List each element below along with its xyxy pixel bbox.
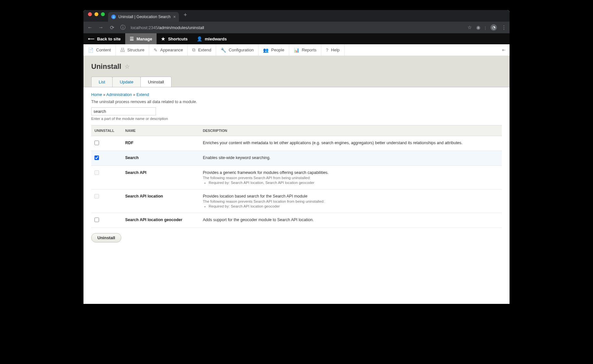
site-info-icon[interactable]: ⓘ [120, 24, 126, 31]
th-uninstall: Uninstall [91, 125, 122, 136]
minimize-window-icon[interactable] [94, 12, 98, 16]
module-description: Provides location based search for the S… [200, 189, 502, 213]
user-menu-button[interactable]: 👤 mledwards [192, 33, 231, 44]
module-name: RDF [122, 136, 200, 151]
tab-list[interactable]: List [91, 77, 113, 87]
content-icon: 📄 [88, 48, 93, 53]
browser-menu-icon[interactable]: ⋮ [501, 25, 506, 30]
menu-content[interactable]: 📄Content [83, 44, 116, 56]
shortcuts-button[interactable]: ★ Shortcuts [157, 33, 192, 44]
tab-uninstall[interactable]: Uninstall [140, 77, 171, 87]
uninstall-checkbox [94, 170, 99, 175]
module-description: Provides a generic framework for modules… [200, 166, 502, 189]
close-tab-icon[interactable]: × [173, 14, 176, 19]
module-description: Enriches your content with metadata to l… [200, 136, 502, 151]
menu-extend-label: Extend [198, 48, 211, 52]
filter-description: Enter a part of the module name or descr… [91, 117, 502, 121]
th-description: Description [200, 125, 502, 136]
menu-appearance[interactable]: ✎Appearance [149, 44, 188, 56]
table-row: Search API location geocoderAdds support… [91, 213, 502, 228]
appearance-icon: ✎ [154, 48, 158, 53]
menu-icon: ☰ [130, 36, 134, 41]
browser-tabstrip: 💧 Uninstall | Geolocation Search × + [83, 10, 510, 22]
menu-people[interactable]: 👥People [258, 44, 289, 56]
module-name: Search API location geocoder [122, 213, 200, 228]
url-port: :2345 [147, 25, 158, 30]
page-header-region: Uninstall ☆ ListUpdateUninstall [83, 56, 510, 87]
browser-tab[interactable]: 💧 Uninstall | Geolocation Search × [108, 12, 179, 22]
uninstall-checkbox [94, 194, 99, 198]
structure-icon: 品 [120, 47, 125, 53]
bookmark-star-icon[interactable]: ☆ [467, 25, 472, 30]
admin-toolbar-top: ⟵ Back to site ☰ Manage ★ Shortcuts 👤 ml… [83, 33, 510, 44]
filter-modules-input[interactable] [91, 107, 156, 115]
uninstall-checkbox[interactable] [94, 141, 99, 145]
back-icon[interactable]: ← [87, 25, 93, 30]
menu-people-label: People [271, 48, 284, 52]
menu-structure[interactable]: 品Structure [116, 44, 149, 56]
star-icon: ★ [161, 36, 165, 41]
back-to-site-button[interactable]: ⟵ Back to site [83, 33, 125, 44]
module-name: Search API location [122, 189, 200, 213]
menu-extend[interactable]: ⧉Extend [188, 44, 216, 56]
browser-window: 💧 Uninstall | Geolocation Search × + ← →… [83, 10, 510, 304]
tab-update[interactable]: Update [112, 77, 141, 87]
url-path: /admin/modules/uninstall [158, 25, 204, 30]
module-name: Search [122, 151, 200, 166]
page-title-text: Uninstall [91, 62, 121, 71]
person-icon: 👤 [197, 36, 202, 41]
breadcrumb-admin[interactable]: Administration [106, 92, 132, 97]
forward-icon[interactable]: → [98, 25, 104, 30]
local-tabs: ListUpdateUninstall [91, 77, 502, 87]
help-icon: ? [326, 48, 328, 53]
th-name: Name [122, 125, 200, 136]
page-title: Uninstall ☆ [91, 62, 502, 71]
breadcrumb-extend[interactable]: Extend [137, 92, 149, 97]
shortcuts-label: Shortcuts [168, 37, 188, 41]
uninstall-checkbox[interactable] [94, 155, 99, 160]
menu-help-label: Help [331, 48, 340, 52]
address-bar[interactable]: localhost:2345/admin/modules/uninstall [131, 25, 463, 30]
menu-help[interactable]: ?Help [321, 44, 345, 56]
table-row: SearchEnables site-wide keyword searchin… [91, 151, 502, 166]
extend-icon: ⧉ [192, 47, 195, 53]
uninstall-submit-button[interactable]: Uninstall [91, 233, 121, 242]
table-row: RDFEnriches your content with metadata t… [91, 136, 502, 151]
manage-label: Manage [137, 37, 152, 41]
window-controls [87, 12, 108, 19]
menu-reports-label: Reports [302, 48, 317, 52]
manage-button[interactable]: ☰ Manage [125, 33, 157, 44]
back-to-site-label: Back to site [97, 37, 121, 41]
browser-toolbar: ← → ⟳ ⓘ localhost:2345/admin/modules/uni… [83, 22, 510, 33]
table-row: Search APIProvides a generic framework f… [91, 166, 502, 189]
uninstall-checkbox[interactable] [94, 218, 99, 222]
module-name: Search API [122, 166, 200, 189]
people-icon: 👥 [263, 48, 269, 53]
close-window-icon[interactable] [88, 12, 92, 16]
reports-icon: 📊 [294, 48, 299, 53]
menu-structure-label: Structure [127, 48, 145, 52]
new-tab-button[interactable]: + [179, 12, 192, 20]
username-label: mledwards [205, 37, 227, 41]
menu-configuration[interactable]: 🔧Configuration [216, 44, 258, 56]
modules-table: Uninstall Name Description RDFEnriches y… [91, 125, 502, 228]
drupal-favicon-icon: 💧 [111, 15, 116, 19]
module-description: Adds support for the geocoder module to … [200, 213, 502, 228]
page-content-region: Home » Administration » Extend The unins… [83, 87, 510, 304]
tab-title: Uninstall | Geolocation Search [118, 15, 170, 19]
url-host: localhost [131, 25, 147, 30]
reload-icon[interactable]: ⟳ [109, 25, 115, 31]
menu-reports[interactable]: 📊Reports [289, 44, 322, 56]
menu-appearance-label: Appearance [160, 48, 183, 52]
help-text: The uninstall process removes all data r… [91, 100, 502, 104]
breadcrumb-home[interactable]: Home [91, 92, 102, 97]
maximize-window-icon[interactable] [101, 12, 105, 16]
menu-configuration-label: Configuration [229, 48, 254, 52]
breadcrumb: Home » Administration » Extend [91, 92, 502, 97]
admin-menu: 📄Content 品Structure ✎Appearance ⧉Extend … [83, 44, 510, 56]
toolbar-orientation-toggle[interactable]: ⇤ [498, 44, 510, 56]
favorite-star-icon[interactable]: ☆ [125, 63, 130, 70]
profile-avatar-icon[interactable]: ◔ [490, 24, 497, 31]
extension-icon[interactable]: ◉ [476, 25, 480, 30]
module-description: Enables site-wide keyword searching. [200, 151, 502, 166]
